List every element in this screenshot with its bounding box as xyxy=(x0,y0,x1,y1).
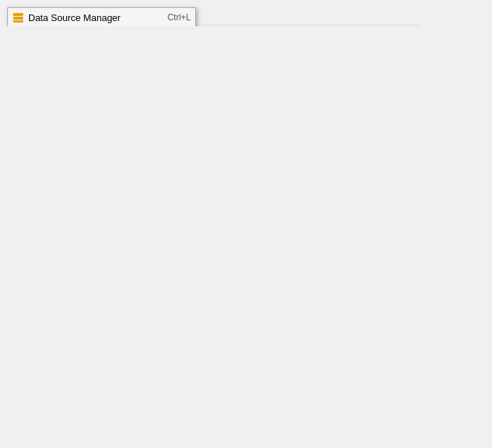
menu-item-data-source-manager[interactable]: Data Source Manager Ctrl+L xyxy=(8,8,195,26)
data-source-manager-label: Data Source Manager xyxy=(28,12,168,23)
svg-rect-2 xyxy=(13,20,23,23)
layer-menu-dropdown: Data Source Manager Ctrl+L Create Layer … xyxy=(7,7,196,26)
svg-rect-1 xyxy=(13,17,23,20)
svg-rect-0 xyxy=(13,13,23,16)
data-source-manager-shortcut: Ctrl+L xyxy=(168,12,191,23)
db-icon xyxy=(11,10,25,25)
